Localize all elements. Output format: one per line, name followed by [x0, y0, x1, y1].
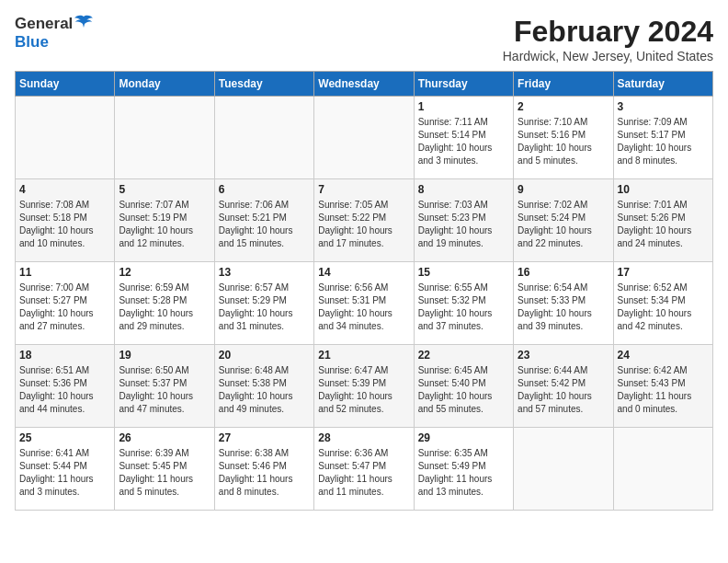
day-number: 7 [318, 183, 409, 196]
location-subtitle: Hardwick, New Jersey, United States [503, 49, 713, 63]
day-number: 21 [318, 349, 409, 362]
day-number: 3 [618, 100, 709, 113]
day-number: 22 [418, 349, 509, 362]
table-row: 4Sunrise: 7:08 AM Sunset: 5:18 PM Daylig… [16, 179, 115, 262]
day-info: Sunrise: 7:09 AM Sunset: 5:17 PM Dayligh… [618, 116, 709, 167]
table-row: 21Sunrise: 6:47 AM Sunset: 5:39 PM Dayli… [314, 345, 414, 428]
calendar-header: Sunday Monday Tuesday Wednesday Thursday… [16, 72, 713, 97]
table-row: 2Sunrise: 7:10 AM Sunset: 5:16 PM Daylig… [514, 97, 613, 179]
day-number: 18 [19, 349, 110, 362]
day-info: Sunrise: 7:02 AM Sunset: 5:24 PM Dayligh… [518, 199, 609, 250]
table-row: 28Sunrise: 6:36 AM Sunset: 5:47 PM Dayli… [314, 428, 414, 511]
table-row: 24Sunrise: 6:42 AM Sunset: 5:43 PM Dayli… [613, 345, 712, 428]
day-info: Sunrise: 6:55 AM Sunset: 5:32 PM Dayligh… [418, 282, 509, 333]
day-number: 14 [318, 266, 409, 279]
table-row: 19Sunrise: 6:50 AM Sunset: 5:37 PM Dayli… [115, 345, 214, 428]
header-sunday: Sunday [16, 72, 115, 97]
logo-general-text: General [15, 15, 73, 33]
day-number: 23 [518, 349, 609, 362]
day-info: Sunrise: 6:51 AM Sunset: 5:36 PM Dayligh… [19, 364, 110, 416]
header-wednesday: Wednesday [314, 72, 414, 97]
day-info: Sunrise: 6:57 AM Sunset: 5:29 PM Dayligh… [219, 282, 310, 333]
day-number: 16 [518, 266, 609, 279]
day-number: 10 [618, 183, 709, 196]
logo-blue-text: Blue [15, 33, 49, 51]
table-row [115, 97, 214, 179]
day-info: Sunrise: 7:01 AM Sunset: 5:26 PM Dayligh… [618, 199, 709, 250]
day-info: Sunrise: 7:05 AM Sunset: 5:22 PM Dayligh… [318, 199, 409, 250]
table-row: 5Sunrise: 7:07 AM Sunset: 5:19 PM Daylig… [115, 179, 214, 262]
table-row: 16Sunrise: 6:54 AM Sunset: 5:33 PM Dayli… [514, 262, 613, 345]
table-row [314, 97, 414, 179]
calendar-table: Sunday Monday Tuesday Wednesday Thursday… [15, 71, 713, 511]
calendar-body: 1Sunrise: 7:11 AM Sunset: 5:14 PM Daylig… [16, 97, 713, 511]
day-info: Sunrise: 6:38 AM Sunset: 5:46 PM Dayligh… [219, 447, 310, 499]
day-info: Sunrise: 6:52 AM Sunset: 5:34 PM Dayligh… [618, 282, 709, 333]
day-info: Sunrise: 6:48 AM Sunset: 5:38 PM Dayligh… [219, 364, 310, 416]
day-info: Sunrise: 7:06 AM Sunset: 5:21 PM Dayligh… [219, 199, 310, 250]
day-info: Sunrise: 6:54 AM Sunset: 5:33 PM Dayligh… [518, 282, 609, 333]
table-row: 6Sunrise: 7:06 AM Sunset: 5:21 PM Daylig… [214, 179, 313, 262]
table-row [214, 97, 313, 179]
table-row: 11Sunrise: 7:00 AM Sunset: 5:27 PM Dayli… [16, 262, 115, 345]
day-number: 29 [418, 431, 509, 444]
header-friday: Friday [514, 72, 613, 97]
day-number: 13 [219, 266, 310, 279]
table-row: 8Sunrise: 7:03 AM Sunset: 5:23 PM Daylig… [414, 179, 513, 262]
month-title: February 2024 [503, 15, 713, 49]
day-info: Sunrise: 6:59 AM Sunset: 5:28 PM Dayligh… [119, 282, 210, 333]
day-number: 15 [418, 266, 509, 279]
day-info: Sunrise: 6:36 AM Sunset: 5:47 PM Dayligh… [318, 447, 409, 499]
table-row: 18Sunrise: 6:51 AM Sunset: 5:36 PM Dayli… [16, 345, 115, 428]
day-number: 6 [219, 183, 310, 196]
day-number: 28 [318, 431, 409, 444]
day-info: Sunrise: 7:08 AM Sunset: 5:18 PM Dayligh… [19, 199, 110, 250]
table-row: 10Sunrise: 7:01 AM Sunset: 5:26 PM Dayli… [613, 179, 712, 262]
day-info: Sunrise: 7:10 AM Sunset: 5:16 PM Dayligh… [518, 116, 609, 167]
table-row: 13Sunrise: 6:57 AM Sunset: 5:29 PM Dayli… [214, 262, 313, 345]
title-area: February 2024 Hardwick, New Jersey, Unit… [503, 15, 713, 63]
table-row [16, 97, 115, 179]
table-row: 29Sunrise: 6:35 AM Sunset: 5:49 PM Dayli… [414, 428, 513, 511]
day-number: 8 [418, 183, 509, 196]
table-row [613, 428, 712, 511]
day-number: 19 [119, 349, 210, 362]
day-number: 12 [119, 266, 210, 279]
table-row: 3Sunrise: 7:09 AM Sunset: 5:17 PM Daylig… [613, 97, 712, 179]
day-number: 24 [618, 349, 709, 362]
day-number: 5 [119, 183, 210, 196]
table-row: 20Sunrise: 6:48 AM Sunset: 5:38 PM Dayli… [214, 345, 313, 428]
table-row: 9Sunrise: 7:02 AM Sunset: 5:24 PM Daylig… [514, 179, 613, 262]
day-info: Sunrise: 6:35 AM Sunset: 5:49 PM Dayligh… [418, 447, 509, 499]
table-row: 15Sunrise: 6:55 AM Sunset: 5:32 PM Dayli… [414, 262, 513, 345]
day-number: 4 [19, 183, 110, 196]
header-saturday: Saturday [613, 72, 712, 97]
table-row: 25Sunrise: 6:41 AM Sunset: 5:44 PM Dayli… [16, 428, 115, 511]
day-number: 2 [518, 100, 609, 113]
table-row: 17Sunrise: 6:52 AM Sunset: 5:34 PM Dayli… [613, 262, 712, 345]
day-info: Sunrise: 6:50 AM Sunset: 5:37 PM Dayligh… [119, 364, 210, 416]
day-info: Sunrise: 6:45 AM Sunset: 5:40 PM Dayligh… [418, 364, 509, 416]
table-row: 22Sunrise: 6:45 AM Sunset: 5:40 PM Dayli… [414, 345, 513, 428]
day-info: Sunrise: 6:47 AM Sunset: 5:39 PM Dayligh… [318, 364, 409, 416]
day-number: 17 [618, 266, 709, 279]
day-number: 1 [418, 100, 509, 113]
day-info: Sunrise: 6:42 AM Sunset: 5:43 PM Dayligh… [618, 364, 709, 416]
table-row: 23Sunrise: 6:44 AM Sunset: 5:42 PM Dayli… [514, 345, 613, 428]
logo: General Blue [15, 15, 93, 52]
logo-bird-icon [74, 15, 93, 33]
table-row: 26Sunrise: 6:39 AM Sunset: 5:45 PM Dayli… [115, 428, 214, 511]
table-row: 12Sunrise: 6:59 AM Sunset: 5:28 PM Dayli… [115, 262, 214, 345]
day-info: Sunrise: 7:03 AM Sunset: 5:23 PM Dayligh… [418, 199, 509, 250]
day-number: 20 [219, 349, 310, 362]
table-row [514, 428, 613, 511]
table-row: 27Sunrise: 6:38 AM Sunset: 5:46 PM Dayli… [214, 428, 313, 511]
day-info: Sunrise: 7:07 AM Sunset: 5:19 PM Dayligh… [119, 199, 210, 250]
day-info: Sunrise: 6:44 AM Sunset: 5:42 PM Dayligh… [518, 364, 609, 416]
header-tuesday: Tuesday [214, 72, 313, 97]
day-number: 26 [119, 431, 210, 444]
day-info: Sunrise: 6:41 AM Sunset: 5:44 PM Dayligh… [19, 447, 110, 499]
day-info: Sunrise: 6:56 AM Sunset: 5:31 PM Dayligh… [318, 282, 409, 333]
day-info: Sunrise: 6:39 AM Sunset: 5:45 PM Dayligh… [119, 447, 210, 499]
table-row: 1Sunrise: 7:11 AM Sunset: 5:14 PM Daylig… [414, 97, 513, 179]
